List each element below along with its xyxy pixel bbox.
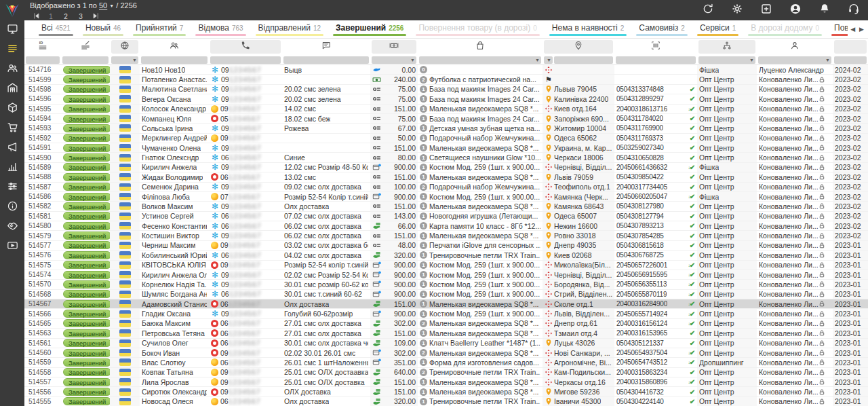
sidebar-item-products[interactable] bbox=[0, 99, 24, 119]
sidebar-item-dashboard[interactable] bbox=[0, 20, 24, 40]
filter-product-input[interactable]: ▼ bbox=[419, 56, 541, 64]
order-row[interactable]: 514558ЗавершенийКовпак Татьяна0912345672… bbox=[24, 368, 868, 377]
column-header-product[interactable] bbox=[418, 39, 542, 55]
order-row[interactable]: 514593ЗавершенийСольська Ірина✻091234567… bbox=[24, 124, 868, 133]
column-header-manager[interactable] bbox=[757, 39, 833, 55]
tab-Самовивіз[interactable]: Самовивіз2 bbox=[631, 20, 692, 38]
app-logo-icon[interactable] bbox=[0, 0, 24, 20]
order-source: Опт Центр bbox=[699, 349, 734, 357]
sidebar-item-warehouse[interactable] bbox=[0, 79, 24, 99]
order-row[interactable]: 514574ЗавершенийКирилич Анжела Ол...✻091… bbox=[24, 270, 868, 280]
sidebar-item-partners[interactable] bbox=[0, 217, 24, 237]
tab-Відправлений[interactable]: Відправлений12 bbox=[251, 20, 328, 38]
tab-Відмова[interactable]: Відмова763 bbox=[191, 20, 250, 38]
sidebar-item-customers[interactable] bbox=[0, 60, 24, 79]
tab-Сервіси[interactable]: Сервіси1 bbox=[692, 20, 743, 38]
order-row[interactable]: 514586ЗавершенийФіліпова Люба071234567Ро… bbox=[24, 192, 868, 202]
tab-Прийнятий[interactable]: Прийнятий7 bbox=[128, 20, 191, 38]
filter-flag-input[interactable]: ▼ bbox=[111, 56, 138, 64]
column-header-office[interactable] bbox=[697, 39, 757, 55]
filter-loc-type-select[interactable]: ▼ bbox=[544, 56, 553, 64]
column-header-phone[interactable] bbox=[209, 39, 282, 55]
order-row[interactable]: 514555ЗавершенийНовосад Олеся061234567Ол… bbox=[24, 397, 868, 406]
order-row[interactable]: 514716ЗавершенийНов10 Нов10✻091234567Выц… bbox=[24, 65, 868, 75]
order-row[interactable]: 514580ЗавершенийФесенко Константин✻06123… bbox=[24, 221, 868, 231]
filter-status-input[interactable] bbox=[62, 56, 108, 64]
order-row[interactable]: 514567ЗавершенийАдамовский Станис...0612… bbox=[24, 299, 868, 309]
filter-id-input[interactable] bbox=[26, 56, 60, 64]
sidebar-item-marketing[interactable] bbox=[0, 139, 24, 158]
order-row[interactable]: 514570ЗавершенийКорнелюк Надія Та...✻091… bbox=[24, 280, 868, 289]
column-header-loc[interactable] bbox=[542, 39, 614, 55]
order-row[interactable]: 514594ЗавершенийКомпанец Юля05123456718.… bbox=[24, 114, 868, 124]
refresh-icon[interactable] bbox=[702, 3, 714, 15]
sidebar-item-procurement[interactable] bbox=[0, 119, 24, 139]
tab-Повернення товару (в дорозі)[interactable]: Повернення товару (в дорозі)0 bbox=[411, 20, 544, 38]
order-row[interactable]: 514557ЗавершенийЛила Ярослав09123456725.… bbox=[24, 377, 868, 387]
tab-Нема в наявності[interactable]: Нема в наявності2 bbox=[545, 20, 632, 38]
sidebar-item-tutorials[interactable] bbox=[0, 237, 24, 257]
filter-manager-input[interactable]: ▼ bbox=[758, 56, 831, 64]
tab-В дорозі додому[interactable]: В дорозі додому0 bbox=[743, 20, 827, 38]
add-icon[interactable] bbox=[760, 3, 772, 15]
page-size-dropdown[interactable]: 50 bbox=[99, 1, 107, 10]
column-header-ttn[interactable] bbox=[614, 39, 697, 55]
order-row[interactable]: 514576ЗавершенийКобилинський Юрий✻061234… bbox=[24, 251, 868, 260]
order-row[interactable]: 514590ЗавершенийГнатюк Олексндр✻06123456… bbox=[24, 153, 868, 162]
column-header-id[interactable]: ID bbox=[24, 39, 61, 55]
tabs-scroll-right-icon[interactable]: ▶ bbox=[859, 26, 864, 33]
filter-office-input[interactable]: ▼ bbox=[698, 56, 755, 64]
order-row[interactable]: 514596ЗавершенийВегера Оксана✻0912345672… bbox=[24, 94, 868, 104]
order-row[interactable]: 514566ЗавершенийГладик Оксана✻091234567Г… bbox=[24, 309, 868, 318]
order-row[interactable]: 514599ЗавершенийПотапенко Анастас..✻0912… bbox=[24, 75, 868, 84]
filter-loc-input[interactable] bbox=[554, 56, 613, 64]
account-icon[interactable] bbox=[789, 3, 802, 15]
order-row[interactable]: 514559ЗавершенийВлас Слотюу06123456726.0… bbox=[24, 358, 868, 367]
order-row[interactable]: 514587ЗавершенийСеменюк Дарина✻091234567… bbox=[24, 183, 868, 192]
order-row[interactable]: 514598ЗавершенийМалютина Светлана✻091234… bbox=[24, 85, 868, 94]
filter-date-input[interactable] bbox=[834, 56, 867, 64]
order-row[interactable]: 514589ЗавершенийКирилич Анжела✻091234567… bbox=[24, 163, 868, 172]
page-3-button[interactable]: 3 bbox=[73, 13, 88, 20]
order-row[interactable]: 514581ЗавершенийУстинов Сергей✻061234567… bbox=[24, 212, 868, 221]
column-header-status[interactable] bbox=[61, 39, 110, 55]
order-row[interactable]: 514579ЗавершенийКостишин Виктор✻09123456… bbox=[24, 231, 868, 240]
order-row[interactable]: 514595ЗавершенийКолосок Александр0912345… bbox=[24, 105, 868, 114]
sidebar-item-statistics[interactable] bbox=[0, 158, 24, 178]
page-2-button[interactable]: 2 bbox=[58, 13, 73, 20]
sidebar-item-info[interactable] bbox=[0, 198, 24, 217]
tab-Новый[interactable]: Новый46 bbox=[78, 20, 128, 38]
column-header-comment[interactable] bbox=[282, 39, 370, 55]
order-row[interactable]: 514582ЗавершенийВолков Максим✻091234567О… bbox=[24, 202, 868, 211]
order-row[interactable]: 514561ЗавершенийСучилов Олег06123456730.… bbox=[24, 339, 868, 348]
order-row[interactable]: 514577ЗавершенийЧерниш Максим09123456703… bbox=[24, 241, 868, 251]
order-row[interactable]: 514560ЗавершенийБокоч Иван09123456702.02… bbox=[24, 348, 868, 358]
notifications-icon[interactable] bbox=[818, 3, 831, 15]
filter-comment-input[interactable] bbox=[283, 56, 369, 64]
order-row[interactable]: 514575ЗавершенийКВІТОВСЬКА ЮЛІЯ091234567… bbox=[24, 261, 868, 270]
page-1-button[interactable]: 1 bbox=[43, 13, 58, 20]
column-header-pay[interactable] bbox=[370, 39, 418, 55]
order-row[interactable]: 514563ЗавершенийПетровська Тетяна0612345… bbox=[24, 329, 868, 338]
tab-Всі[interactable]: Всі4521 bbox=[34, 20, 78, 38]
support-icon[interactable] bbox=[848, 3, 860, 15]
sidebar-item-tools[interactable] bbox=[0, 178, 24, 198]
order-row[interactable]: 514556ЗавершенийСиротюк Олександр0912345… bbox=[24, 387, 868, 396]
order-row[interactable]: 514592ЗавершенийМерклингер Андрей0912345… bbox=[24, 134, 868, 143]
sidebar-item-orders[interactable] bbox=[0, 40, 24, 60]
filter-ttn-input[interactable] bbox=[616, 56, 696, 64]
chevron-down-icon[interactable]: ▼ bbox=[109, 3, 114, 8]
filter-name-input[interactable] bbox=[141, 56, 208, 64]
order-row[interactable]: 514591ЗавершенийЧумаченко Олена✻09123456… bbox=[24, 143, 868, 153]
tabs-scroll-left-icon[interactable]: ◀ bbox=[850, 26, 855, 33]
column-header-date[interactable] bbox=[833, 39, 868, 55]
order-row[interactable]: 514565ЗавершенийБаюка Максим06123456727.… bbox=[24, 319, 868, 329]
order-row[interactable]: 514588ЗавершенийЖидак Володимир061234567… bbox=[24, 172, 868, 182]
column-header-name[interactable] bbox=[140, 39, 209, 55]
tab-Завершений[interactable]: Завершений2256 bbox=[328, 20, 411, 38]
filter-pay-input[interactable]: ▼ bbox=[372, 56, 416, 64]
column-header-flag[interactable] bbox=[110, 39, 140, 55]
order-row[interactable]: 514568ЗавершенийШумляс Богдана Ан...✻061… bbox=[24, 290, 868, 299]
filter-phone-input[interactable] bbox=[210, 56, 281, 64]
settings-icon[interactable] bbox=[731, 3, 743, 15]
